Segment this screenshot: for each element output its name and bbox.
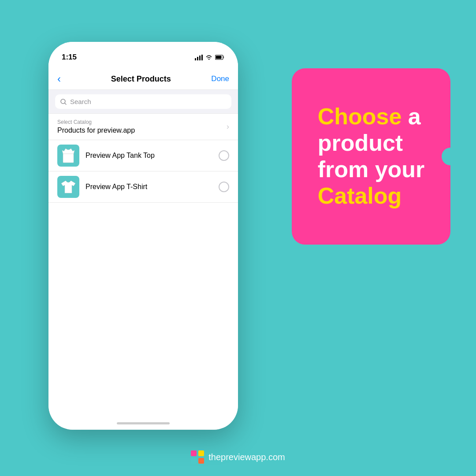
product-radio-tank[interactable]	[219, 150, 229, 161]
card-choose: Choose	[318, 104, 402, 129]
footer-url: thepreviewapp.com	[208, 452, 285, 462]
svg-rect-1	[197, 57, 198, 60]
catalog-label: Select Catalog	[57, 119, 135, 125]
card-a: a	[402, 104, 420, 129]
status-bar: 1:15	[48, 42, 238, 68]
product-radio-tshirt[interactable]	[219, 182, 229, 192]
product-name-tshirt: Preview App T-Shirt	[86, 183, 212, 191]
nav-title: Select Products	[111, 74, 171, 84]
svg-rect-6	[216, 56, 222, 59]
pink-card-text: Choose a product from your Catalog	[318, 104, 425, 209]
card-line-1: Choose a	[318, 104, 425, 130]
tshirt-icon	[60, 180, 76, 194]
card-catalog: Catalog	[318, 183, 425, 209]
svg-point-4	[208, 59, 209, 60]
done-button[interactable]: Done	[211, 74, 229, 83]
pink-card: Choose a product from your Catalog	[292, 68, 450, 245]
product-thumbnail-tshirt	[57, 176, 79, 198]
svg-rect-9	[191, 450, 197, 456]
catalog-value: Products for preview.app	[57, 126, 135, 134]
search-placeholder: Search	[70, 98, 91, 105]
status-time: 1:15	[62, 53, 77, 62]
svg-rect-8	[63, 154, 74, 163]
nav-bar: ‹ Select Products Done	[48, 66, 238, 90]
wifi-icon	[205, 55, 212, 60]
card-product: product	[318, 130, 425, 156]
svg-rect-3	[201, 55, 203, 60]
signal-icon	[195, 55, 203, 60]
product-item[interactable]: Preview App Tank Top	[48, 140, 238, 171]
search-container: Search	[48, 90, 238, 114]
status-icons	[195, 55, 225, 60]
footer: thepreviewapp.com	[0, 450, 476, 464]
svg-rect-12	[198, 458, 204, 464]
svg-rect-2	[199, 56, 201, 60]
phone-screen: 1:15	[48, 42, 238, 430]
phone-body: 1:15	[48, 42, 238, 430]
catalog-info: Select Catalog Products for preview.app	[57, 119, 135, 134]
catalog-chevron-icon: ›	[227, 122, 229, 131]
battery-icon	[215, 55, 225, 60]
footer-logo-icon	[191, 450, 204, 464]
back-button[interactable]: ‹	[57, 73, 71, 85]
card-from-your: from your	[318, 156, 425, 183]
tank-top-icon	[61, 148, 75, 164]
home-indicator	[117, 422, 170, 424]
svg-rect-10	[198, 450, 204, 456]
search-icon	[60, 99, 67, 105]
product-name-tank: Preview App Tank Top	[86, 152, 212, 160]
search-bar[interactable]: Search	[55, 94, 231, 109]
phone-mockup: 1:15	[48, 42, 238, 430]
catalog-selector[interactable]: Select Catalog Products for preview.app …	[48, 114, 238, 140]
product-thumbnail-tank	[57, 145, 79, 167]
product-list: Preview App Tank Top Preview App T-Shirt	[48, 140, 238, 203]
svg-rect-0	[195, 58, 196, 60]
product-item[interactable]: Preview App T-Shirt	[48, 171, 238, 203]
svg-rect-11	[191, 458, 197, 464]
